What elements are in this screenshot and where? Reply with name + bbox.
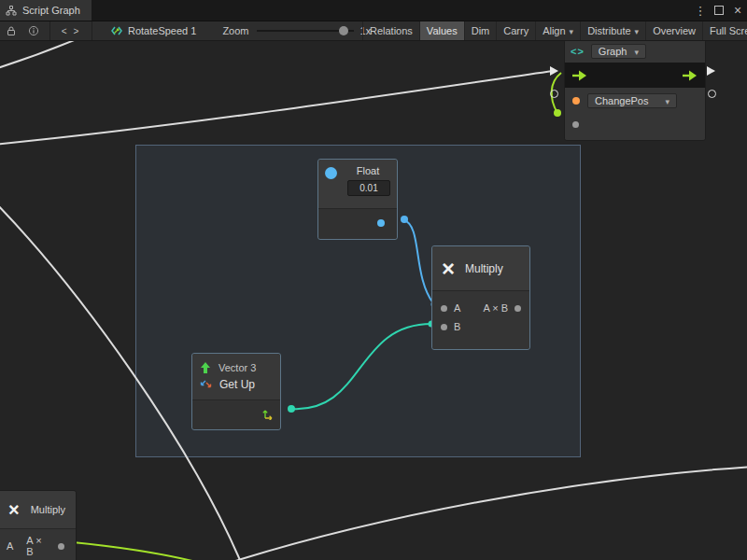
wire-white-top-left bbox=[0, 41, 90, 69]
graph-header-node[interactable]: Graph ChangePos bbox=[564, 41, 706, 141]
input-port-b-dot[interactable] bbox=[441, 324, 447, 330]
button-label: Distribute bbox=[587, 25, 630, 36]
multiply-node-header: Multiply bbox=[432, 246, 529, 290]
edit-code-button[interactable] bbox=[55, 26, 87, 36]
values-button[interactable]: Values bbox=[419, 21, 464, 40]
button-label: Carry bbox=[503, 25, 529, 36]
toolbar-buttons: Relations Values Dim Carry Align Distrib… bbox=[362, 21, 747, 41]
port-a-label: A bbox=[454, 302, 460, 314]
info-button[interactable] bbox=[22, 25, 45, 36]
get-up-node-header: Vector 3 Get Up bbox=[192, 354, 280, 399]
caret-down-icon bbox=[570, 21, 574, 41]
multiply-partial-title: Multiply bbox=[31, 504, 65, 515]
overview-button[interactable]: Overview bbox=[645, 21, 702, 40]
distribute-button[interactable]: Distribute bbox=[580, 21, 645, 40]
float-output-port[interactable] bbox=[377, 219, 385, 227]
lock-icon bbox=[6, 25, 17, 36]
output-port-dot[interactable] bbox=[58, 543, 64, 550]
port-row-a: A A × B bbox=[441, 299, 521, 317]
graph-canvas[interactable]: Graph ChangePos bbox=[0, 41, 747, 560]
float-node[interactable]: Float 0.01 bbox=[317, 159, 398, 240]
graph-toolbar: RotateSpeed 1 Zoom 1x Relations Values D… bbox=[0, 21, 747, 41]
script-graph-window: Script Graph bbox=[0, 0, 747, 560]
get-up-icon bbox=[200, 379, 212, 391]
vector-up-arrow-icon bbox=[200, 362, 211, 373]
zoom-slider[interactable] bbox=[257, 21, 354, 41]
relations-button[interactable]: Relations bbox=[362, 21, 419, 40]
flow-input-arrow-icon[interactable] bbox=[572, 70, 587, 81]
caret-down-icon bbox=[634, 46, 639, 57]
float-node-body bbox=[318, 208, 397, 239]
maximize-icon[interactable] bbox=[710, 0, 728, 21]
graph-hierarchy-icon bbox=[6, 5, 17, 16]
multiply-partial-header: Multiply bbox=[0, 491, 76, 528]
multiply-icon bbox=[442, 258, 455, 280]
close-icon[interactable] bbox=[728, 0, 747, 21]
float-type-icon bbox=[325, 167, 337, 179]
fullscreen-button[interactable]: Full Screen bbox=[702, 21, 747, 40]
multiply-node[interactable]: Multiply A A × B B bbox=[431, 245, 530, 350]
graph-node-header: Graph bbox=[565, 41, 705, 63]
graph-name-label: RotateSpeed 1 bbox=[128, 25, 196, 36]
port-row: A A × B bbox=[7, 537, 64, 555]
tab-script-graph[interactable]: Script Graph bbox=[0, 0, 92, 21]
graph-dropdown-label: Graph bbox=[599, 46, 627, 57]
flow-output-arrow-icon[interactable] bbox=[683, 70, 698, 81]
button-label: Relations bbox=[370, 25, 413, 36]
caret-down-icon bbox=[665, 95, 669, 106]
vector-output-port-icon[interactable] bbox=[261, 408, 274, 420]
multiply-node-title: Multiply bbox=[465, 262, 503, 275]
button-label: Dim bbox=[472, 25, 490, 36]
dim-button[interactable]: Dim bbox=[464, 21, 497, 40]
info-icon bbox=[28, 25, 39, 36]
window-title: Script Graph bbox=[22, 5, 80, 16]
wire-white-to-graph-node bbox=[0, 71, 553, 145]
graph-dropdown[interactable]: Graph bbox=[591, 44, 646, 59]
toolbar-separator bbox=[92, 21, 92, 40]
value-port-dot[interactable] bbox=[572, 121, 579, 128]
graph-node-body: ChangePos bbox=[565, 88, 705, 140]
carry-button[interactable]: Carry bbox=[496, 21, 535, 40]
get-up-title: Get Up bbox=[219, 378, 255, 391]
flow-anchor-arrow-left[interactable] bbox=[550, 66, 558, 76]
button-label: Values bbox=[427, 25, 458, 36]
port-out-label: A × B bbox=[483, 302, 508, 314]
button-label: Full Screen bbox=[710, 25, 747, 36]
multiply-partial-ports: A A × B bbox=[0, 528, 76, 560]
wire-anchor-dot bbox=[554, 109, 561, 117]
script-graph-icon bbox=[571, 46, 585, 57]
caret-down-icon bbox=[635, 21, 640, 41]
align-button[interactable]: Align bbox=[535, 21, 580, 40]
multiply-node-ports: A A × B B bbox=[432, 290, 529, 349]
port-row-b: B bbox=[441, 317, 521, 336]
wire-white-bottom-right bbox=[209, 467, 747, 560]
value-anchor-ring-left[interactable] bbox=[550, 90, 558, 98]
vector-type-label: Vector 3 bbox=[218, 362, 256, 373]
get-up-node[interactable]: Vector 3 Get Up bbox=[191, 353, 281, 430]
titlebar: Script Graph bbox=[0, 0, 747, 21]
flow-anchor-arrow-right[interactable] bbox=[707, 66, 715, 76]
window-controls bbox=[691, 0, 747, 21]
window-menu-icon[interactable] bbox=[691, 0, 710, 21]
get-up-node-body bbox=[192, 399, 280, 429]
lock-button[interactable] bbox=[0, 25, 22, 36]
variable-port-dot[interactable] bbox=[572, 97, 580, 105]
float-value-input[interactable]: 0.01 bbox=[347, 180, 390, 196]
output-port-dot[interactable] bbox=[514, 305, 521, 312]
float-node-header: Float 0.01 bbox=[318, 160, 397, 208]
multiply-node-partial[interactable]: Multiply A A × B bbox=[0, 490, 77, 560]
port-b-label: B bbox=[454, 321, 460, 332]
zoom-slider-handle[interactable] bbox=[339, 26, 348, 35]
value-anchor-ring-right[interactable] bbox=[708, 90, 716, 98]
toolbar-separator bbox=[49, 21, 50, 40]
button-label: Align bbox=[543, 25, 565, 36]
port-a-label: A bbox=[7, 540, 13, 552]
script-graph-asset-icon bbox=[110, 24, 123, 37]
graph-reference[interactable]: RotateSpeed 1 bbox=[110, 24, 196, 37]
code-icon bbox=[62, 26, 80, 36]
wire-lime-from-multiply-out bbox=[73, 542, 226, 560]
port-out-label: A × B bbox=[26, 535, 45, 557]
value-port-row bbox=[572, 116, 698, 133]
input-port-a-dot[interactable] bbox=[441, 305, 447, 312]
variable-dropdown[interactable]: ChangePos bbox=[587, 93, 677, 108]
